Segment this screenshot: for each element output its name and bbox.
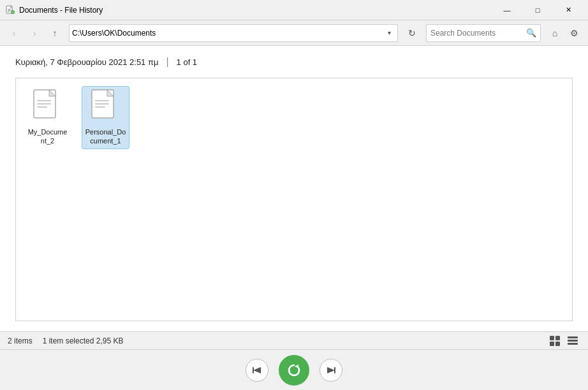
svg-rect-19	[568, 343, 578, 345]
file-name: Personal_Document_1	[85, 127, 126, 146]
date-navigation: Κυριακή, 7 Φεβρουαρίου 2021 2:51 πμ | 1 …	[15, 56, 573, 68]
page-info: 1 of 1	[177, 57, 198, 67]
main-content: Κυριακή, 7 Φεβρουαρίου 2021 2:51 πμ | 1 …	[0, 46, 588, 331]
maximize-button[interactable]: □	[523, 0, 552, 20]
search-icon: 🔍	[526, 28, 536, 38]
view-controls	[547, 335, 580, 347]
list-item[interactable]: Personal_Document_1	[82, 86, 129, 149]
svg-rect-8	[37, 106, 47, 108]
address-dropdown-icon[interactable]: ▾	[383, 29, 395, 36]
separator: |	[166, 56, 168, 68]
svg-rect-1	[8, 9, 11, 10]
svg-rect-16	[555, 342, 560, 346]
window-controls: — □ ✕	[492, 0, 583, 20]
minimize-button[interactable]: —	[492, 0, 522, 20]
restore-button[interactable]	[279, 355, 309, 386]
svg-rect-10	[95, 100, 109, 101]
item-count: 2 items	[8, 336, 33, 345]
list-view-button[interactable]	[565, 335, 580, 347]
svg-rect-14	[555, 336, 560, 340]
toolbar-buttons: ⌂ ⚙	[546, 24, 583, 42]
back-button[interactable]: ‹	[5, 24, 23, 42]
settings-button[interactable]: ⚙	[565, 24, 583, 42]
address-bar: ▾	[69, 24, 398, 42]
svg-rect-2	[8, 10, 11, 11]
svg-rect-7	[37, 103, 51, 105]
prev-version-button[interactable]	[246, 359, 268, 382]
file-name: My_Document_2	[27, 127, 68, 146]
svg-rect-12	[95, 106, 105, 108]
close-button[interactable]: ✕	[554, 0, 583, 20]
date-text: Κυριακή, 7 Φεβρουαρίου 2021 2:51 πμ	[15, 57, 158, 67]
title-bar: Documents - File History — □ ✕	[0, 0, 588, 20]
svg-rect-24	[334, 367, 335, 373]
list-item[interactable]: My_Document_2	[24, 86, 71, 149]
up-button[interactable]: ↑	[46, 24, 64, 42]
svg-rect-18	[568, 340, 578, 342]
svg-rect-17	[568, 336, 578, 338]
svg-rect-15	[550, 342, 554, 346]
next-version-button[interactable]	[320, 359, 342, 382]
address-input[interactable]	[72, 29, 383, 38]
restore-bar	[0, 349, 588, 390]
refresh-button[interactable]: ↻	[403, 24, 421, 42]
svg-marker-20	[253, 367, 261, 373]
svg-rect-3	[8, 11, 10, 12]
svg-rect-21	[253, 367, 254, 373]
svg-marker-23	[327, 367, 335, 373]
search-input[interactable]	[430, 29, 526, 38]
file-icon	[91, 89, 121, 125]
title-bar-title: Documents - File History	[19, 6, 492, 15]
file-area: My_Document_2 Personal_Document_1	[15, 78, 573, 321]
svg-marker-22	[295, 365, 298, 368]
file-icon	[33, 89, 63, 125]
search-bar: 🔍	[426, 24, 541, 42]
forward-button[interactable]: ›	[26, 24, 43, 42]
svg-rect-13	[550, 336, 554, 340]
nav-bar: ‹ › ↑ ▾ ↻ 🔍 ⌂ ⚙	[0, 20, 588, 46]
selected-info: 1 item selected 2,95 KB	[43, 336, 124, 345]
status-bar: 2 items 1 item selected 2,95 KB	[0, 331, 588, 349]
app-icon	[5, 5, 15, 15]
grid-view-button[interactable]	[547, 335, 562, 347]
home-button[interactable]: ⌂	[546, 24, 564, 42]
svg-rect-11	[95, 103, 109, 105]
svg-rect-6	[37, 100, 51, 101]
